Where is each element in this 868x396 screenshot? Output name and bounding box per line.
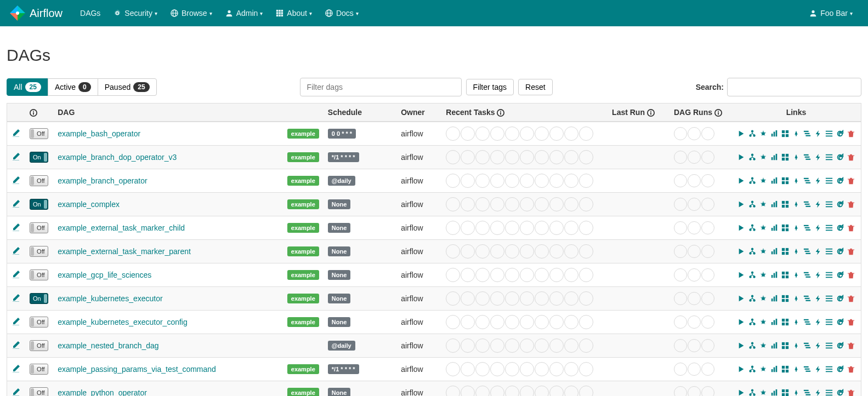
dag-run-circle[interactable] [688,363,701,376]
trash-icon[interactable] [847,177,855,185]
trigger-icon[interactable] [814,177,822,185]
dag-run-circle[interactable] [701,245,714,258]
dag-run-circle[interactable] [688,174,701,187]
task-status-circle[interactable] [564,268,578,282]
dag-run-circle[interactable] [688,339,701,352]
task-status-circle[interactable] [579,150,593,164]
task-status-circle[interactable] [549,197,564,211]
trash-icon[interactable] [847,200,855,208]
pause-toggle[interactable]: Off [30,317,48,328]
graph-icon[interactable] [759,318,767,326]
task-status-circle[interactable] [564,291,578,306]
dag-run-circle[interactable] [674,198,687,211]
list-icon[interactable] [825,130,833,137]
task-status-circle[interactable] [475,150,490,164]
task-status-circle[interactable] [475,268,490,282]
task-status-circle[interactable] [520,338,534,353]
nav-about[interactable]: About▾ [269,0,319,26]
tree-icon[interactable] [748,224,756,232]
schedule-badge[interactable]: */1 * * * * [328,152,359,162]
task-status-circle[interactable] [475,362,490,376]
task-status-circle[interactable] [475,291,490,306]
pause-toggle[interactable]: Off [30,128,48,139]
user-menu[interactable]: Foo Bar ▾ [803,0,859,26]
task-status-circle[interactable] [579,244,593,259]
refresh-icon[interactable] [836,271,844,279]
graph-icon[interactable] [759,342,767,349]
edit-icon[interactable] [12,225,20,233]
refresh-icon[interactable] [836,224,844,232]
task-status-circle[interactable] [490,338,504,353]
schedule-badge[interactable]: None [328,317,351,327]
dag-link[interactable]: example_external_task_marker_parent [58,247,191,256]
task-status-circle[interactable] [475,197,490,211]
task-status-circle[interactable] [564,197,578,211]
play-icon[interactable] [737,130,745,137]
dag-run-circle[interactable] [674,386,687,396]
task-status-circle[interactable] [579,362,593,376]
task-status-circle[interactable] [564,127,578,141]
task-status-circle[interactable] [549,127,564,141]
tree-icon[interactable] [748,389,756,396]
duration-icon[interactable] [770,365,778,373]
task-status-circle[interactable] [475,315,490,329]
trash-icon[interactable] [847,389,855,396]
refresh-icon[interactable] [836,177,844,185]
task-status-circle[interactable] [535,150,549,164]
dag-run-circle[interactable] [674,339,687,352]
task-status-circle[interactable] [520,221,534,235]
task-status-circle[interactable] [446,315,460,329]
gantt-icon[interactable] [803,200,811,208]
col-last-run[interactable]: Last Run [608,104,670,122]
edit-icon[interactable] [12,342,20,351]
task-status-circle[interactable] [520,386,534,396]
task-status-circle[interactable] [461,338,475,353]
task-status-circle[interactable] [505,197,519,211]
landing-icon[interactable] [792,389,800,396]
trigger-icon[interactable] [814,365,822,373]
duration-icon[interactable] [770,153,778,161]
dag-link[interactable]: example_branch_operator [58,176,147,185]
filter-dags-input[interactable] [300,78,462,96]
play-icon[interactable] [737,177,745,185]
graph-icon[interactable] [759,295,767,302]
task-status-circle[interactable] [549,315,564,329]
task-status-circle[interactable] [579,386,593,396]
task-status-circle[interactable] [520,244,534,259]
tree-icon[interactable] [748,153,756,161]
edit-icon[interactable] [12,130,20,139]
task-status-circle[interactable] [564,221,578,235]
dag-tag[interactable]: example [287,294,319,303]
schedule-badge[interactable]: None [328,388,351,396]
duration-icon[interactable] [770,295,778,302]
task-status-circle[interactable] [520,174,534,188]
landing-icon[interactable] [792,365,800,373]
task-status-circle[interactable] [490,386,504,396]
schedule-badge[interactable]: */1 * * * * [328,364,359,374]
list-icon[interactable] [825,295,833,302]
dag-run-circle[interactable] [674,363,687,376]
task-status-circle[interactable] [461,174,475,188]
play-icon[interactable] [737,224,745,232]
dag-run-circle[interactable] [688,315,701,329]
dag-tag[interactable]: example [287,223,319,233]
list-icon[interactable] [825,342,833,349]
trigger-icon[interactable] [814,271,822,279]
task-status-circle[interactable] [446,197,460,211]
task-status-circle[interactable] [461,197,475,211]
task-status-circle[interactable] [520,127,534,141]
task-status-circle[interactable] [549,174,564,188]
task-status-circle[interactable] [564,244,578,259]
task-status-circle[interactable] [505,174,519,188]
dag-link[interactable]: example_passing_params_via_test_command [58,365,216,374]
task-status-circle[interactable] [535,174,549,188]
trigger-icon[interactable] [814,342,822,349]
dag-run-circle[interactable] [674,292,687,305]
dag-tag[interactable]: example [287,270,319,280]
trigger-icon[interactable] [814,248,822,255]
dag-run-circle[interactable] [701,268,714,282]
nav-dags[interactable]: DAGs [73,0,107,26]
task-status-circle[interactable] [461,244,475,259]
dag-link[interactable]: example_gcp_life_sciences [58,271,151,279]
dag-link[interactable]: example_external_task_marker_child [58,223,185,232]
